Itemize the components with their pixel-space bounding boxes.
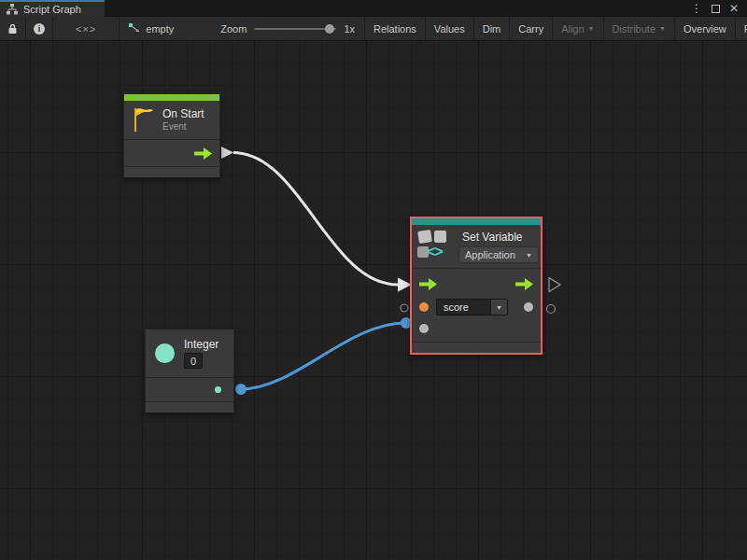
wire-flow[interactable] — [233, 153, 398, 286]
integer-value-output-port[interactable] — [215, 386, 221, 393]
maximize-icon[interactable] — [708, 1, 723, 16]
zoom-value: 1x — [344, 23, 355, 35]
zoom-slider[interactable] — [254, 23, 336, 35]
node-integer[interactable]: Integer 0 — [145, 329, 234, 413]
variable-name-input-port[interactable] — [419, 302, 429, 312]
integer-type-icon — [155, 343, 175, 363]
distribute-caret-icon: ▼ — [659, 25, 666, 32]
close-icon[interactable]: ✕ — [726, 1, 741, 16]
on-start-title: On Start — [162, 107, 204, 121]
dim-button[interactable]: Dim — [474, 17, 511, 40]
on-start-flow-output-port[interactable] — [194, 147, 212, 160]
relations-button[interactable]: Relations — [365, 17, 426, 40]
tab-title: Script Graph — [23, 4, 81, 15]
integer-footer — [146, 402, 233, 413]
set-variable-title: Set Variable — [458, 231, 539, 244]
overview-button[interactable]: Overview — [675, 17, 736, 40]
align-button: Align ▼ — [553, 17, 603, 40]
info-icon: i — [34, 23, 45, 35]
wire-layer — [0, 41, 747, 560]
set-variable-value-input-port[interactable] — [419, 324, 429, 333]
on-start-footer — [124, 167, 219, 177]
set-variable-value-output-port[interactable] — [524, 302, 533, 312]
align-label: Align — [561, 23, 584, 35]
connection-cursor-icon — [129, 23, 141, 35]
on-start-flow-output-connector[interactable] — [221, 147, 233, 159]
lock-button[interactable] — [0, 17, 26, 40]
fullscreen-button[interactable]: Full Screen — [736, 17, 747, 40]
variable-name-value[interactable]: score — [436, 299, 490, 315]
wire-value-start-dot[interactable] — [235, 384, 247, 395]
menu-icon[interactable]: ⋮ — [689, 1, 704, 16]
zoom-control: Zoom 1x — [183, 17, 365, 40]
variable-name-dropdown[interactable]: score ▼ — [436, 299, 508, 315]
maximize-box — [712, 5, 720, 13]
distribute-button: Distribute ▼ — [604, 17, 675, 40]
selection-indicator: empty — [120, 17, 183, 40]
chevrons-icon: <> — [427, 244, 443, 260]
set-variable-flow-input-port[interactable] — [419, 278, 437, 290]
variable-name-caret-icon: ▼ — [496, 304, 502, 311]
selection-label: empty — [146, 23, 174, 35]
node-on-start[interactable]: On Start Event — [123, 93, 220, 177]
code-icon: <×> — [76, 23, 96, 35]
code-preview-button[interactable]: <×> — [53, 17, 120, 40]
zoom-slider-knob[interactable] — [325, 24, 334, 34]
align-caret-icon: ▼ — [588, 25, 595, 32]
set-variable-flow-output-outer-port[interactable] — [549, 278, 560, 292]
distribute-label: Distribute — [613, 23, 655, 35]
set-variable-value-input-outer-port[interactable] — [401, 304, 408, 312]
set-variable-flow-output-port[interactable] — [515, 278, 533, 290]
set-variable-header: <> Set Variable Application ▼ — [412, 225, 541, 268]
variable-scope-value: Application — [465, 249, 515, 260]
info-button[interactable]: i — [26, 17, 53, 40]
window-controls: ⋮ ✕ — [689, 0, 747, 17]
set-variable-footer — [412, 343, 541, 353]
on-start-accent-strip — [124, 94, 219, 101]
graph-toolbar: i <×> empty Zoom 1x Relations Values Dim… — [0, 17, 747, 41]
lock-icon — [7, 23, 18, 35]
scope-caret-icon: ▼ — [526, 252, 532, 259]
carry-button[interactable]: Carry — [510, 17, 553, 40]
integer-title: Integer — [184, 338, 218, 351]
variables-icon: <> — [417, 229, 453, 264]
node-set-variable[interactable]: <> Set Variable Application ▼ — [410, 217, 543, 355]
values-button[interactable]: Values — [426, 17, 474, 40]
zoom-label: Zoom — [220, 23, 247, 35]
set-variable-value-output-outer-port[interactable] — [547, 305, 556, 314]
integer-header: Integer 0 — [146, 329, 233, 377]
on-start-subtitle: Event — [162, 121, 204, 133]
integer-value-field[interactable]: 0 — [184, 353, 203, 369]
wire-value[interactable] — [241, 323, 405, 389]
script-graph-icon — [7, 4, 18, 15]
flag-icon — [134, 107, 155, 133]
on-start-header: On Start Event — [124, 101, 219, 139]
variable-scope-dropdown[interactable]: Application ▼ — [458, 246, 539, 263]
title-bar: Script Graph ⋮ ✕ — [0, 0, 747, 17]
set-variable-accent-strip — [412, 218, 541, 225]
tab-script-graph[interactable]: Script Graph — [0, 0, 105, 17]
variable-name-dropdown-button[interactable]: ▼ — [490, 299, 508, 315]
zoom-slider-track — [254, 28, 336, 30]
graph-canvas[interactable]: On Start Event <> Set Variable — [0, 41, 747, 560]
